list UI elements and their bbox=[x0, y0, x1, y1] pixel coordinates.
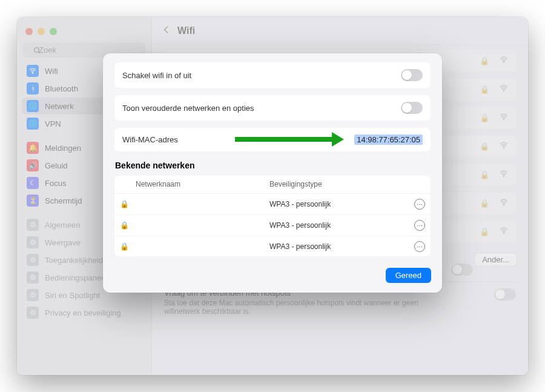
known-networks-title: Bekende netwerken bbox=[115, 161, 430, 170]
more-options-button[interactable]: ⋯ bbox=[414, 220, 425, 231]
cell-security: WPA3 - persoonlijk bbox=[269, 221, 403, 230]
row-label: Wifi-MAC-adres bbox=[122, 135, 178, 144]
sheet-row-legacy: Toon verouderde netwerken en opties bbox=[114, 95, 431, 121]
table-header: Netwerknaam Beveiligingstype bbox=[114, 175, 431, 194]
lock-icon: 🔒 bbox=[120, 242, 136, 251]
row-label: Toon verouderde netwerken en opties bbox=[122, 104, 254, 113]
svg-marker-11 bbox=[332, 132, 344, 147]
modal-overlay: Schakel wifi in of uit Toon verouderde n… bbox=[17, 17, 528, 375]
col-security: Beveiligingstype bbox=[269, 180, 403, 188]
table-row[interactable]: 🔒WPA3 - persoonlijk⋯ bbox=[114, 236, 431, 257]
done-button[interactable]: Gereed bbox=[386, 268, 431, 283]
row-label: Schakel wifi in of uit bbox=[122, 71, 191, 80]
system-settings-window: WifiᚼBluetooth🌐Netwerk🌐VPN🔔Meldingen🔊Gel… bbox=[17, 17, 528, 375]
table-row[interactable]: 🔒WPA3 - persoonlijk⋯ bbox=[114, 214, 431, 236]
wifi-enable-toggle[interactable] bbox=[401, 69, 423, 81]
table-row[interactable]: 🔒WPA3 - persoonlijk⋯ bbox=[114, 194, 431, 214]
arrow-annotation bbox=[235, 132, 344, 147]
more-options-button[interactable]: ⋯ bbox=[414, 241, 425, 252]
cell-security: WPA3 - persoonlijk bbox=[269, 242, 403, 251]
lock-icon: 🔒 bbox=[120, 221, 136, 230]
legacy-networks-toggle[interactable] bbox=[401, 102, 423, 114]
known-networks-table: Netwerknaam Beveiligingstype 🔒WPA3 - per… bbox=[114, 175, 431, 257]
col-name: Netwerknaam bbox=[136, 180, 269, 188]
sheet-row-mac: Wifi-MAC-adres 14:98:77:65:27:05 bbox=[114, 127, 431, 152]
mac-address-value[interactable]: 14:98:77:65:27:05 bbox=[354, 135, 423, 145]
sheet-row-toggle-wifi: Schakel wifi in of uit bbox=[114, 62, 431, 88]
lock-icon: 🔒 bbox=[120, 200, 136, 208]
more-options-button[interactable]: ⋯ bbox=[414, 199, 425, 210]
cell-security: WPA3 - persoonlijk bbox=[269, 200, 403, 208]
wifi-details-sheet: Schakel wifi in of uit Toon verouderde n… bbox=[103, 53, 442, 293]
